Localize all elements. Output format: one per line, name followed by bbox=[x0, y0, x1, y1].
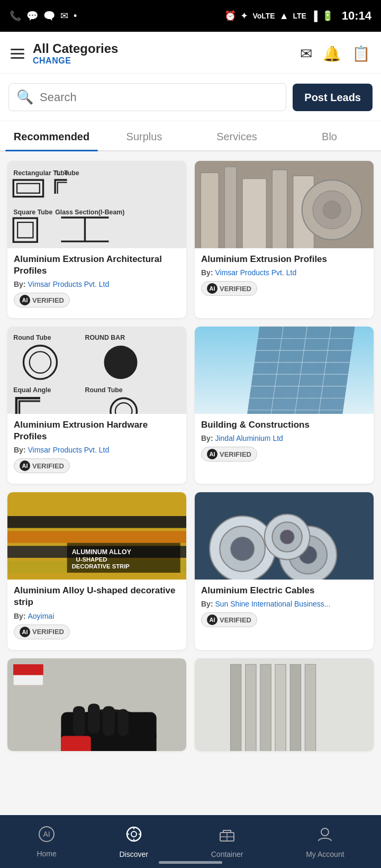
svg-text:U-SHAPED: U-SHAPED bbox=[76, 556, 107, 563]
product-image-2 bbox=[195, 161, 374, 248]
nav-account[interactable]: My Account bbox=[306, 825, 344, 858]
nav-container-label: Container bbox=[211, 850, 243, 858]
bell-icon[interactable]: 🔔 bbox=[323, 45, 341, 62]
mail-icon[interactable]: ✉ bbox=[300, 45, 312, 62]
product-image-8 bbox=[195, 658, 374, 751]
svg-text:DECORATIVE STRIP: DECORATIVE STRIP bbox=[72, 564, 130, 570]
verified-badge-6: AI VERIFIED bbox=[201, 612, 257, 627]
post-leads-button[interactable]: Post Leads bbox=[293, 84, 373, 111]
search-input-wrap: 🔍 bbox=[8, 83, 286, 111]
product-name-1: Aluminium Extrusion Architectural Profil… bbox=[14, 254, 180, 277]
container-icon bbox=[218, 825, 236, 847]
svg-rect-15 bbox=[224, 167, 237, 248]
tab-blog[interactable]: Blo bbox=[283, 121, 376, 150]
product-card-8[interactable] bbox=[195, 658, 374, 751]
product-name-3: Aluminium Extrusion Hardware Profiles bbox=[14, 419, 180, 442]
header-title-block: All Categories CHANGE bbox=[33, 41, 118, 66]
svg-rect-46 bbox=[7, 531, 186, 544]
product-image-4 bbox=[195, 327, 374, 414]
svg-rect-65 bbox=[13, 664, 43, 675]
product-by-6: By: Sun Shine International Business... bbox=[201, 600, 367, 608]
nav-account-label: My Account bbox=[306, 850, 344, 858]
header: All Categories CHANGE ✉ 🔔 📋 bbox=[0, 32, 381, 74]
header-left: All Categories CHANGE bbox=[11, 41, 118, 66]
svg-text:Glass Section(I-Beam): Glass Section(I-Beam) bbox=[55, 209, 124, 216]
hamburger-menu[interactable] bbox=[11, 49, 24, 59]
search-input[interactable] bbox=[40, 91, 278, 104]
svg-text:'L' Tube: 'L' Tube bbox=[55, 169, 79, 177]
tab-recommended[interactable]: Recommended bbox=[5, 121, 98, 150]
product-card-2[interactable]: Aluminium Extrusion Profiles By: Vimsar … bbox=[195, 161, 374, 318]
product-by-2: By: Vimsar Products Pvt. Ltd bbox=[201, 268, 367, 277]
product-card-3[interactable]: Round Tube ROUND BAR Equal Angle Round T… bbox=[7, 327, 186, 484]
product-card-4[interactable]: Building & Constructions By: Jindal Alum… bbox=[195, 327, 374, 484]
svg-point-56 bbox=[231, 537, 255, 561]
product-card-6[interactable]: Aluminium Electric Cables By: Sun Shine … bbox=[195, 492, 374, 649]
product-card-7[interactable] bbox=[7, 658, 186, 751]
bottom-nav: AI Home Discover Container bbox=[0, 815, 381, 868]
svg-rect-71 bbox=[103, 706, 115, 736]
verified-badge-4: AI VERIFIED bbox=[201, 447, 257, 462]
svg-rect-17 bbox=[272, 170, 287, 248]
status-right-icons: ⏰ ✦ VoLTE ▲ LTE ▐ 🔋 10:14 bbox=[224, 9, 371, 23]
dot-icon: • bbox=[74, 11, 77, 22]
product-by-3: By: Vimsar Products Pvt. Ltd bbox=[14, 446, 180, 454]
svg-rect-79 bbox=[290, 664, 301, 751]
product-card-1[interactable]: Rectangular Tube 'L' Tube Square Tube Gl… bbox=[7, 161, 186, 318]
bottom-indicator bbox=[159, 861, 222, 864]
verified-badge-3: AI VERIFIED bbox=[14, 458, 70, 473]
messenger-icon: 🗨️ bbox=[43, 10, 55, 22]
volte-icon: VoLTE bbox=[252, 12, 275, 20]
search-icon: 🔍 bbox=[16, 89, 33, 105]
svg-rect-16 bbox=[242, 179, 266, 248]
svg-rect-70 bbox=[88, 703, 100, 733]
product-info-4: Building & Constructions By: Jindal Alum… bbox=[195, 414, 374, 465]
product-name-5: Aluminium Alloy U-shaped decorative stri… bbox=[14, 585, 180, 608]
svg-rect-77 bbox=[260, 664, 271, 751]
product-info-3: Aluminium Extrusion Hardware Profiles By… bbox=[7, 414, 186, 476]
product-image-1: Rectangular Tube 'L' Tube Square Tube Gl… bbox=[7, 161, 186, 248]
nav-container[interactable]: Container bbox=[211, 825, 243, 858]
svg-rect-73 bbox=[61, 736, 90, 751]
svg-text:Equal Angle: Equal Angle bbox=[13, 386, 51, 394]
nav-home[interactable]: AI Home bbox=[37, 826, 56, 858]
battery-icon: 🔋 bbox=[322, 10, 333, 22]
verified-badge-1: AI VERIFIED bbox=[14, 293, 70, 308]
tab-surplus[interactable]: Surplus bbox=[98, 121, 190, 150]
product-image-3: Round Tube ROUND BAR Equal Angle Round T… bbox=[7, 327, 186, 414]
svg-point-21 bbox=[323, 201, 341, 219]
product-image-7 bbox=[7, 658, 186, 751]
wifi-icon: ▲ bbox=[279, 11, 289, 22]
product-card-5[interactable]: ALUMINUM ALLOY U-SHAPED DECORATIVE STRIP… bbox=[7, 492, 186, 649]
header-right-icons: ✉ 🔔 📋 bbox=[300, 45, 370, 62]
home-icon: AI bbox=[38, 826, 55, 846]
product-by-1: By: Vimsar Products Pvt. Ltd bbox=[14, 280, 180, 288]
tabs-row: Recommended Surplus Services Blo bbox=[0, 121, 381, 151]
status-bar: 📞 💬 🗨️ ✉ • ⏰ ✦ VoLTE ▲ LTE ▐ 🔋 10:14 bbox=[0, 0, 381, 32]
svg-text:Round Tube: Round Tube bbox=[85, 386, 122, 394]
svg-rect-33 bbox=[245, 327, 355, 414]
signal-icon: ▐ bbox=[311, 11, 318, 22]
header-change-button[interactable]: CHANGE bbox=[33, 56, 118, 66]
svg-text:Square Tube: Square Tube bbox=[13, 209, 52, 216]
svg-rect-14 bbox=[201, 173, 219, 248]
svg-rect-80 bbox=[305, 664, 315, 751]
product-by-5: By: Aoyimai bbox=[14, 612, 180, 620]
svg-point-92 bbox=[321, 828, 329, 836]
account-icon bbox=[316, 825, 334, 847]
clipboard-icon[interactable]: 📋 bbox=[352, 45, 370, 62]
nav-discover[interactable]: Discover bbox=[120, 825, 148, 858]
verified-badge-2: AI VERIFIED bbox=[201, 281, 257, 296]
product-name-4: Building & Constructions bbox=[201, 419, 367, 431]
svg-rect-66 bbox=[13, 675, 43, 685]
verified-badge-5: AI VERIFIED bbox=[14, 625, 70, 639]
tab-services[interactable]: Services bbox=[190, 121, 283, 150]
bluetooth-icon: ✦ bbox=[240, 10, 248, 22]
product-info-2: Aluminium Extrusion Profiles By: Vimsar … bbox=[195, 248, 374, 299]
product-name-2: Aluminium Extrusion Profiles bbox=[201, 254, 367, 265]
svg-text:Round Tube: Round Tube bbox=[13, 334, 51, 341]
product-info-1: Aluminium Extrusion Architectural Profil… bbox=[7, 248, 186, 311]
product-by-4: By: Jindal Aluminium Ltd bbox=[201, 434, 367, 442]
svg-rect-69 bbox=[73, 706, 85, 736]
svg-point-62 bbox=[280, 530, 294, 544]
